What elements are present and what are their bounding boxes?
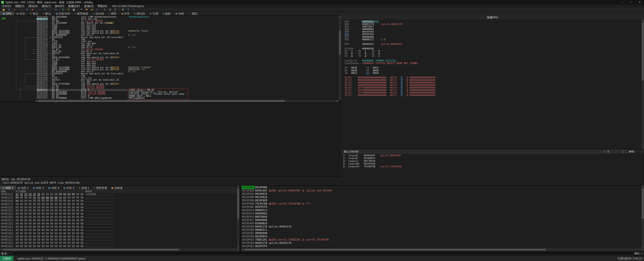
memory-row[interactable]: 004032B200000000000000000000000000000000…	[0, 216, 237, 219]
close-button[interactable]: ✕	[635, 0, 644, 5]
references-button[interactable]: ⇄	[108, 8, 112, 11]
fpu-register-row[interactable]: ST(4)3FFF8000000000000000x87r4空1.0000000…	[345, 86, 641, 89]
memory-horizontal-scrollbar[interactable]: ◀ ▶	[0, 248, 239, 251]
registers-pane[interactable]: EAX00000004EBX00401178splish.00401178ECX…	[341, 19, 641, 149]
command-language-select[interactable]: 默认▼	[635, 252, 642, 255]
tab-threads[interactable]: ∥线程	[160, 12, 173, 15]
argument-row[interactable]: 4:[esp+10]0019FAE0	[343, 162, 641, 165]
register-row[interactable]: EIP00401612splish.00401612	[345, 43, 641, 45]
find-button[interactable]: ⊙	[102, 8, 107, 11]
register-row[interactable]: EBP0019FAA4	[345, 30, 641, 33]
tab-memory-map[interactable]: ▥内存布局	[53, 12, 72, 15]
tab-memory-1[interactable]: ▤内存 1	[0, 186, 16, 190]
tab-call-stack[interactable]: ≡调用堆栈	[72, 12, 91, 15]
minimize-button[interactable]: –	[618, 0, 627, 5]
tab-locals[interactable]: ≡局部变量	[92, 186, 109, 190]
tab-memory-3[interactable]: ▤内存 3	[31, 186, 46, 190]
register-row[interactable]: OF0SF0DF0	[345, 52, 641, 55]
stack-pane[interactable]: 0019FAA40019FAB40019FAA800401407返回到 spli…	[241, 185, 641, 249]
memory-row[interactable]: 004032A200000000000000000000000000000000…	[0, 212, 237, 216]
stack-row[interactable]: 0019FAD400401178splish.00401178	[241, 225, 641, 228]
tab-breakpoints[interactable]: ●断点	[41, 12, 53, 15]
fpu-register-row[interactable]: ST(6)3FFF8000000000000000x87r6空1.0000000…	[345, 91, 641, 94]
disassembly-pane[interactable]: EIP 0040160D.E8 18010000call <JMP.&GetWi…	[0, 15, 339, 100]
argument-count-stepper[interactable]: 5 ▲▼	[606, 150, 624, 153]
register-row[interactable]: ZF1PF1AF0	[345, 50, 641, 52]
stack-row[interactable]: 0019FAB875C047AB返回到 user32.75C047AB 自 ??…	[241, 202, 641, 205]
disasm-horizontal-scrollbar[interactable]: ◀ ▶	[35, 100, 339, 102]
memory-row[interactable]: 0040330200000000000000000000000000000000…	[0, 232, 237, 235]
register-row[interactable]: EBX00401178splish.00401178	[345, 23, 641, 25]
memory-row[interactable]: 004032D200000000000000000000000000000000…	[0, 222, 237, 225]
tab-notes[interactable]: ✎笔记	[27, 12, 41, 15]
maximize-button[interactable]: □	[627, 0, 635, 5]
disasm-vertical-scrollbar[interactable]: ▲ ▼	[339, 15, 341, 100]
stack-row[interactable]: 0019FAAC001009C4	[241, 192, 641, 195]
help-button[interactable]: ?	[126, 8, 131, 11]
calculator-button[interactable]: ∑	[113, 8, 118, 11]
register-row[interactable]: ES002BDS002B	[345, 69, 641, 72]
step-out-button[interactable]: ↑	[48, 8, 53, 11]
memory-row[interactable]: 0040325204000000000009080406000000000000…	[0, 196, 237, 200]
register-row[interactable]: ESP0019FAA4	[345, 33, 641, 36]
tab-watch-1[interactable]: ⊙监视 1	[77, 186, 92, 190]
argument-row[interactable]: 1:[esp+4]00401407splish.00401407	[343, 154, 641, 157]
stack-row[interactable]: 0019FAE475BE52AC返回到 user32.75BE52AC 自 us…	[241, 238, 641, 241]
menu-item[interactable]: 插件(P)	[53, 5, 66, 8]
open-file-button[interactable]: ▣	[1, 8, 6, 11]
stack-row[interactable]: 0019FAD0DCBAABCD	[241, 222, 641, 225]
argument-row[interactable]: 3:[esp+C]00170A3A	[343, 159, 641, 162]
tab-cpu[interactable]: ▦CPU	[0, 12, 14, 15]
memory-row[interactable]: 0040326204000000000000000000000000000000…	[0, 200, 237, 203]
refresh-button[interactable]: ↻	[61, 8, 66, 11]
fpu-register-row[interactable]: ST(3)00000000000000000000x87r3空0.0000000…	[345, 84, 641, 86]
argument-row[interactable]: 5:[esp+14]75C047ABuser32.75C047AB	[343, 165, 641, 168]
menu-item[interactable]: 视图(V)	[13, 5, 26, 8]
unlock-checkbox[interactable]	[625, 150, 628, 153]
register-row[interactable]: CS0023SS002B	[345, 72, 641, 74]
stack-row[interactable]: 0019FAA800401407返回到 splish.00401407 自 sp…	[241, 189, 641, 192]
stack-row[interactable]: 0019FAC400000002	[241, 212, 641, 215]
memory-dump-pane[interactable]: 0040324231323334353600000000090804060000…	[0, 193, 237, 248]
memory-scrollbar[interactable]: ▲ ▼	[237, 185, 239, 248]
menu-item[interactable]: 收藏夹(F)	[66, 5, 82, 8]
restart-button[interactable]: ↺	[7, 8, 11, 11]
registers-scrollbar[interactable]: ▲ ▼	[641, 19, 644, 149]
stack-row[interactable]: 0019FAD800000111	[241, 228, 641, 232]
memory-row[interactable]: 0040331200000000000000000000000000000000…	[0, 235, 237, 239]
tab-seh[interactable]: ∞SEH链	[91, 12, 106, 15]
tab-handles[interactable]: ◉句柄	[173, 12, 186, 15]
bookmark-button[interactable]: ★	[90, 8, 94, 11]
settings-button[interactable]: ✻	[120, 8, 125, 11]
menu-item[interactable]: 选项(O)	[82, 5, 96, 8]
about-button[interactable]: i	[131, 8, 136, 11]
memory-row[interactable]: 0040333200000000000000000000000000000000…	[0, 242, 237, 245]
run-to-cursor-button[interactable]: ↦	[53, 8, 58, 11]
register-row[interactable]: EDI00000111L'đ'	[345, 38, 641, 41]
memory-row[interactable]: 0040332200000000000000000000000000000000…	[0, 238, 237, 242]
stack-row[interactable]: 0019FAC000000111	[241, 209, 641, 212]
tab-memory-2[interactable]: ▤内存 2	[16, 186, 31, 190]
menu-item[interactable]: 帮助(H)	[96, 5, 109, 8]
memory-row[interactable]: 004032F200000000000000000000000000000000…	[0, 229, 237, 232]
fpu-register-row[interactable]: ST(7)00000000000000000000x87r7空0.0000000…	[345, 94, 641, 96]
register-row[interactable]: GS002BFS0053	[345, 67, 641, 69]
tab-source[interactable]: ¶源代码	[132, 12, 147, 15]
tab-references[interactable]: ⇄引用	[147, 12, 161, 15]
menu-item[interactable]: 跟踪(T)	[40, 5, 53, 8]
stack-row[interactable]: 0019FAB40019FAE0	[241, 199, 641, 202]
fpu-register-row[interactable]: ST(0)00000000000000000000x87r0空0.0000000…	[345, 76, 641, 79]
stack-row[interactable]: 0019FAB000170A3A	[241, 195, 641, 199]
stack-row[interactable]: 0019FACC00000000	[241, 218, 641, 222]
stack-row[interactable]: 0019FAE00019FBC4	[241, 235, 641, 238]
tab-script[interactable]: ƒ脚本	[106, 12, 119, 15]
run-button[interactable]: →	[19, 8, 24, 11]
tab-log[interactable]: ▤日志	[14, 12, 28, 15]
register-row[interactable]: EDX00000004	[345, 28, 641, 30]
comment-button[interactable]: ❝	[79, 8, 84, 11]
pause-button[interactable]: ‖	[25, 8, 29, 11]
register-row[interactable]: LastStatusC0000034 (STATUS_OBJECT_NAME_N…	[345, 62, 641, 64]
memory-row[interactable]: 0040328200000000000000000000000000000000…	[0, 206, 237, 209]
argument-row[interactable]: 2:[esp+8]001009C4	[343, 157, 641, 159]
memory-row[interactable]: 0040334200000000000000000000000000000000…	[0, 245, 237, 248]
